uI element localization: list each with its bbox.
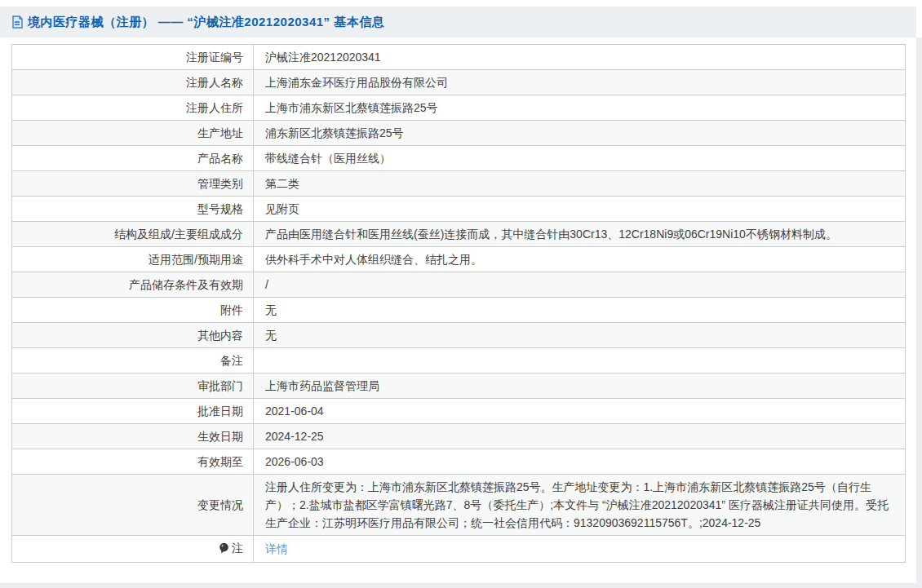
- row-label-text: 产品名称: [197, 152, 243, 165]
- row-label-text: 审批部门: [197, 379, 243, 392]
- row-label: 型号规格: [12, 197, 254, 222]
- row-label: 注: [12, 536, 254, 563]
- row-value-text: 浦东新区北蔡镇莲振路25号: [265, 126, 404, 139]
- row-label-text: 变更情况: [197, 498, 243, 511]
- table-row: 结构及组成/主要组成成分产品由医用缝合针和医用丝线(蚕丝)连接而成，其中缝合针由…: [12, 222, 906, 247]
- row-value-text: 上海市药品监督管理局: [265, 379, 379, 392]
- row-value: 上海市药品监督管理局: [254, 374, 906, 399]
- page-right-edge: [916, 38, 922, 588]
- table-row: 注册证编号沪械注准20212020341: [12, 45, 906, 70]
- row-label: 有效期至: [12, 449, 254, 475]
- row-value-text: 注册人住所变更为：上海市浦东新区北蔡镇莲振路25号。生产地址变更为：1.上海市浦…: [265, 480, 889, 529]
- row-value: /: [254, 272, 906, 298]
- document-icon: [11, 15, 23, 29]
- row-label: 附件: [12, 298, 254, 323]
- row-label-text: 注册人住所: [186, 101, 243, 114]
- row-label-text: 注册人名称: [186, 76, 243, 89]
- table-row: 生产地址浦东新区北蔡镇莲振路25号: [12, 121, 906, 146]
- row-value: 详情: [254, 536, 906, 563]
- table-row: 型号规格见附页: [12, 197, 906, 222]
- row-label-text: 备注: [220, 354, 243, 367]
- row-label-text: 生产地址: [197, 126, 243, 139]
- row-label-text: 有效期至: [197, 455, 243, 468]
- row-label: 审批部门: [12, 374, 254, 399]
- table-row: 批准日期2021-06-04: [12, 399, 906, 424]
- row-label: 生产地址: [12, 121, 254, 146]
- registration-info-table: 注册证编号沪械注准20212020341注册人名称上海浦东金环医疗用品股份有限公…: [11, 44, 906, 563]
- row-label-text: 型号规格: [197, 202, 243, 215]
- row-value: 2026-06-03: [254, 449, 906, 475]
- row-label: 产品储存条件及有效期: [12, 272, 254, 298]
- row-value: 2021-06-04: [254, 399, 906, 424]
- row-label-text: 批准日期: [197, 405, 243, 418]
- row-value: 2024-12-25: [254, 424, 906, 449]
- row-value-text: 2024-12-25: [265, 430, 324, 443]
- row-label-text: 管理类别: [197, 177, 243, 190]
- table-row: 附件无: [12, 298, 906, 323]
- row-label: 注册人名称: [12, 70, 254, 95]
- table-row: 注册人住所上海市浦东新区北蔡镇莲振路25号: [12, 95, 906, 121]
- page-bottom-edge: [0, 583, 922, 588]
- row-label: 其他内容: [12, 323, 254, 348]
- row-label: 适用范围/预期用途: [12, 247, 254, 272]
- table-row: 生效日期2024-12-25: [12, 424, 906, 449]
- row-value: 带线缝合针（医用丝线）: [254, 146, 906, 171]
- table-row: 注册人名称上海浦东金环医疗用品股份有限公司: [12, 70, 906, 95]
- row-value-text: 见附页: [265, 202, 299, 215]
- row-label: 批准日期: [12, 399, 254, 424]
- row-value: [254, 348, 906, 374]
- row-label-text: 产品储存条件及有效期: [129, 278, 243, 291]
- detail-link[interactable]: 详情: [265, 542, 288, 555]
- table-row: 产品名称带线缝合针（医用丝线）: [12, 146, 906, 171]
- row-label-text: 结构及组成/主要组成成分: [114, 228, 243, 241]
- row-value-text: 带线缝合针（医用丝线）: [265, 152, 391, 165]
- row-label: 变更情况: [12, 475, 254, 536]
- row-label-text: 注: [232, 542, 243, 555]
- row-value: 无: [254, 323, 906, 348]
- row-label-text: 其他内容: [197, 329, 243, 342]
- page-title: 境内医疗器械（注册） —— “沪械注准20212020341” 基本信息: [28, 15, 384, 30]
- row-value-text: 产品由医用缝合针和医用丝线(蚕丝)连接而成，其中缝合针由30Cr13、12Cr1…: [265, 228, 837, 241]
- row-value: 无: [254, 298, 906, 323]
- row-label: 注册证编号: [12, 45, 254, 70]
- row-value-text: 2021-06-04: [265, 405, 324, 418]
- row-value-text: 沪械注准20212020341: [265, 51, 381, 64]
- table-row: 注详情: [12, 536, 906, 563]
- table-row: 备注: [12, 348, 906, 374]
- row-label: 产品名称: [12, 146, 254, 171]
- row-value-text: 上海市浦东新区北蔡镇莲振路25号: [265, 101, 438, 114]
- row-value: 上海浦东金环医疗用品股份有限公司: [254, 70, 906, 95]
- table-row: 管理类别第二类: [12, 171, 906, 197]
- table-row: 有效期至2026-06-03: [12, 449, 906, 475]
- row-value: 注册人住所变更为：上海市浦东新区北蔡镇莲振路25号。生产地址变更为：1.上海市浦…: [254, 475, 906, 536]
- row-value: 产品由医用缝合针和医用丝线(蚕丝)连接而成，其中缝合针由30Cr13、12Cr1…: [254, 222, 906, 247]
- row-value: 沪械注准20212020341: [254, 45, 906, 70]
- row-value-text: 第二类: [265, 177, 299, 190]
- row-label-text: 适用范围/预期用途: [148, 253, 243, 266]
- row-value-text: 供外科手术中对人体组织缝合、结扎之用。: [265, 253, 482, 266]
- comment-icon: [219, 541, 229, 559]
- row-label: 注册人住所: [12, 95, 254, 121]
- row-value-text: 无: [265, 303, 277, 316]
- row-value: 供外科手术中对人体组织缝合、结扎之用。: [254, 247, 906, 272]
- row-value-text: /: [265, 278, 268, 291]
- row-value-text: 2026-06-03: [265, 455, 324, 468]
- row-value-text: 无: [265, 329, 277, 342]
- row-value: 见附页: [254, 197, 906, 222]
- row-label: 管理类别: [12, 171, 254, 197]
- row-label-text: 附件: [220, 303, 243, 316]
- row-label-text: 注册证编号: [186, 51, 243, 64]
- table-row: 变更情况注册人住所变更为：上海市浦东新区北蔡镇莲振路25号。生产地址变更为：1.…: [12, 475, 906, 536]
- row-label: 结构及组成/主要组成成分: [12, 222, 254, 247]
- table-row: 审批部门上海市药品监督管理局: [12, 374, 906, 399]
- row-value: 第二类: [254, 171, 906, 197]
- row-value-text: 上海浦东金环医疗用品股份有限公司: [265, 76, 448, 89]
- page-title-bar: 境内医疗器械（注册） —— “沪械注准20212020341” 基本信息: [0, 7, 916, 38]
- table-row: 产品储存条件及有效期/: [12, 272, 906, 298]
- row-value: 浦东新区北蔡镇莲振路25号: [254, 121, 906, 146]
- table-row: 其他内容无: [12, 323, 906, 348]
- table-row: 适用范围/预期用途供外科手术中对人体组织缝合、结扎之用。: [12, 247, 906, 272]
- row-label-text: 生效日期: [197, 430, 243, 443]
- row-label: 生效日期: [12, 424, 254, 449]
- row-value: 上海市浦东新区北蔡镇莲振路25号: [254, 95, 906, 121]
